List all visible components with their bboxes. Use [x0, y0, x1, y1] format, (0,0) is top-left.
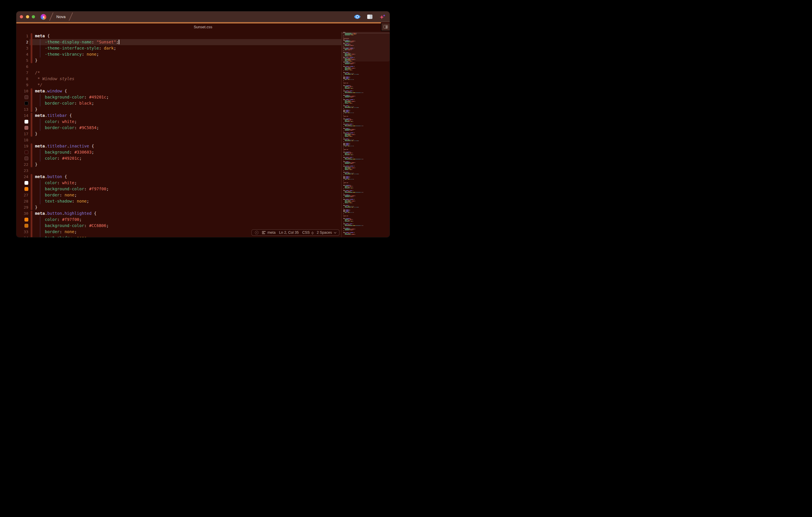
- change-indicator-bar: [31, 204, 33, 210]
- minimap-content: [342, 32, 390, 236]
- code-line: 5}: [16, 57, 341, 64]
- code-token: .: [45, 174, 47, 179]
- code-token: ;: [92, 150, 94, 154]
- indent-label: 2 Spaces: [317, 231, 332, 235]
- code-token: [35, 150, 45, 154]
- color-swatch[interactable]: [25, 95, 28, 99]
- code-line: background-color: #CC6B06;: [16, 223, 341, 229]
- code-line: 22}: [16, 161, 341, 168]
- code-token: #CC6B06: [89, 223, 106, 228]
- code-token: }: [35, 58, 37, 63]
- code-token: [35, 125, 45, 130]
- code-token: "Sunset": [96, 40, 116, 44]
- code-token: {: [92, 211, 96, 216]
- line-number: 29: [16, 204, 28, 210]
- code-token: {: [62, 174, 67, 179]
- code-token: {: [67, 113, 72, 118]
- code-editor[interactable]: 1meta {2 -theme-display-name: "Sunset";3…: [16, 32, 341, 237]
- code-token: none: [64, 230, 75, 234]
- document-title[interactable]: Sunset.css: [16, 23, 390, 31]
- color-swatch[interactable]: [25, 224, 28, 227]
- code-token: meta: [35, 33, 45, 38]
- code-line: background: #330603;: [16, 149, 341, 155]
- indent-selector[interactable]: 2 Spaces: [317, 231, 336, 235]
- code-text: * Window styles: [35, 76, 75, 82]
- code-line: border-color: black;: [16, 100, 341, 107]
- color-swatch[interactable]: [25, 120, 28, 124]
- minimap-toggle-button[interactable]: [381, 23, 390, 31]
- code-token: meta: [35, 211, 45, 216]
- code-token: white: [62, 180, 75, 185]
- code-token: titlebar: [47, 144, 67, 148]
- cursor-position[interactable]: Ln 2, Col 35: [279, 231, 299, 235]
- editor-header: Sunset.css: [16, 23, 390, 32]
- color-swatch[interactable]: [25, 126, 28, 130]
- change-indicator-bar: [31, 113, 33, 119]
- code-text: border: none;: [35, 229, 77, 235]
- line-number: 18: [16, 137, 28, 143]
- code-token: [35, 46, 45, 51]
- split-editor-button[interactable]: [367, 14, 373, 20]
- color-swatch[interactable]: [25, 150, 28, 154]
- change-indicator-bar: [31, 222, 33, 229]
- code-token: .: [45, 144, 47, 148]
- code-text: }: [35, 57, 37, 64]
- code-token: color: [45, 156, 57, 160]
- code-token: [35, 95, 45, 99]
- code-token: .: [62, 211, 64, 216]
- language-label: CSS: [302, 231, 310, 235]
- code-line: 7/*: [16, 70, 341, 76]
- code-token: #49201c: [89, 95, 106, 99]
- color-swatch[interactable]: [25, 156, 28, 160]
- code-token: :: [69, 150, 75, 154]
- symbol-path[interactable]: meta: [262, 231, 276, 235]
- code-token: meta: [35, 174, 45, 179]
- tab-nova[interactable]: Nova: [52, 11, 70, 22]
- language-selector[interactable]: CSS: [302, 231, 313, 235]
- code-token: .: [67, 144, 69, 148]
- change-indicator-bar: [31, 130, 33, 137]
- panel-toggle-icon: [383, 25, 388, 29]
- minimap[interactable]: [341, 32, 390, 237]
- code-line: 19meta.titlebar.inactive {: [16, 143, 341, 149]
- code-text: }: [35, 107, 37, 113]
- change-indicator-bar: [31, 211, 33, 217]
- color-swatch[interactable]: [25, 181, 28, 185]
- code-line: 14meta.titlebar {: [16, 113, 341, 119]
- position-label: Ln 2, Col 35: [279, 231, 299, 235]
- minimize-button[interactable]: [26, 15, 29, 18]
- code-text: }: [35, 131, 37, 137]
- change-indicator-bar: [31, 100, 33, 107]
- code-token: ;: [87, 199, 89, 204]
- close-button[interactable]: [20, 15, 23, 18]
- line-number: 10: [16, 88, 28, 94]
- code-text: border-color: black;: [35, 100, 94, 107]
- scope-indicator[interactable]: [255, 231, 258, 234]
- zoom-button[interactable]: [32, 15, 35, 18]
- color-swatch[interactable]: [25, 101, 28, 105]
- code-token: white: [62, 119, 75, 124]
- change-indicator-bar: [31, 235, 33, 237]
- line-number: 8: [16, 76, 28, 82]
- line-number: 14: [16, 113, 28, 119]
- color-swatch[interactable]: [25, 187, 28, 191]
- color-swatch[interactable]: [25, 218, 28, 221]
- code-token: [35, 199, 45, 204]
- titlebar[interactable]: Nova: [16, 11, 390, 22]
- code-token: :: [84, 223, 89, 228]
- code-line: 18: [16, 137, 341, 143]
- preview-eye-button[interactable]: [354, 14, 360, 20]
- line-number: 34: [16, 235, 28, 238]
- code-token: meta: [35, 113, 45, 118]
- code-token: :: [59, 193, 64, 197]
- code-token: border: [45, 230, 60, 234]
- line-number: 5: [16, 57, 28, 64]
- code-text: background-color: #49201c;: [35, 94, 109, 100]
- code-token: background-color: [45, 95, 84, 99]
- code-line: 29}: [16, 204, 341, 210]
- line-number: 33: [16, 229, 28, 235]
- code-token: color: [45, 119, 57, 124]
- ai-sparkles-button[interactable]: [379, 14, 385, 20]
- code-token: .: [45, 113, 47, 118]
- symbol-label: meta: [267, 231, 276, 235]
